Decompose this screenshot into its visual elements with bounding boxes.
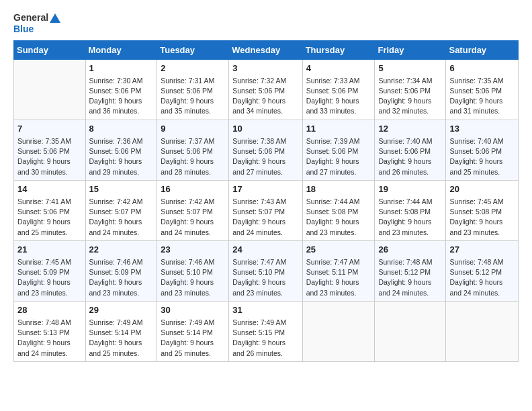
day-number: 21: [17, 244, 82, 256]
calendar-cell: 16Sunrise: 7:42 AMSunset: 5:07 PMDayligh…: [157, 180, 229, 240]
svg-marker-0: [50, 13, 60, 23]
calendar-cell: 29Sunrise: 7:49 AMSunset: 5:14 PMDayligh…: [85, 301, 157, 361]
calendar-cell: 21Sunrise: 7:45 AMSunset: 5:09 PMDayligh…: [14, 240, 86, 301]
day-number: 23: [161, 244, 225, 256]
calendar-cell: 10Sunrise: 7:38 AMSunset: 5:06 PMDayligh…: [229, 120, 302, 180]
calendar-cell: 28Sunrise: 7:48 AMSunset: 5:13 PMDayligh…: [14, 301, 86, 361]
day-number: 24: [232, 244, 298, 256]
day-number: 10: [232, 123, 298, 135]
day-info: Sunrise: 7:49 AMSunset: 5:15 PMDaylight:…: [232, 318, 298, 359]
day-number: 16: [161, 183, 225, 195]
day-info: Sunrise: 7:47 AMSunset: 5:11 PMDaylight:…: [306, 257, 371, 298]
day-number: 20: [449, 183, 515, 195]
day-number: 2: [161, 62, 225, 75]
day-info: Sunrise: 7:41 AMSunset: 5:06 PMDaylight:…: [17, 197, 82, 238]
day-number: 31: [232, 304, 298, 316]
day-number: 15: [89, 183, 154, 195]
day-info: Sunrise: 7:38 AMSunset: 5:06 PMDaylight:…: [232, 136, 298, 177]
day-info: Sunrise: 7:44 AMSunset: 5:08 PMDaylight:…: [378, 197, 442, 238]
calendar-cell: 20Sunrise: 7:45 AMSunset: 5:08 PMDayligh…: [446, 180, 519, 240]
day-number: 28: [17, 304, 82, 316]
day-number: 17: [232, 183, 298, 195]
day-number: 5: [378, 62, 442, 75]
calendar-cell: 12Sunrise: 7:40 AMSunset: 5:06 PMDayligh…: [375, 120, 446, 180]
calendar-cell: 5Sunrise: 7:34 AMSunset: 5:06 PMDaylight…: [375, 59, 446, 120]
page-container: General Blue SundayMondayTuesdayWednesda…: [0, 0, 532, 369]
calendar-cell: 19Sunrise: 7:44 AMSunset: 5:08 PMDayligh…: [375, 180, 446, 240]
calendar-cell: 31Sunrise: 7:49 AMSunset: 5:15 PMDayligh…: [229, 301, 302, 361]
calendar-week-5: 28Sunrise: 7:48 AMSunset: 5:13 PMDayligh…: [14, 301, 519, 361]
calendar-cell: 1Sunrise: 7:30 AMSunset: 5:06 PMDaylight…: [85, 59, 157, 120]
day-header-tuesday: Tuesday: [157, 40, 229, 59]
calendar-cell: 26Sunrise: 7:48 AMSunset: 5:12 PMDayligh…: [375, 240, 446, 301]
day-info: Sunrise: 7:36 AMSunset: 5:06 PMDaylight:…: [89, 136, 154, 177]
day-info: Sunrise: 7:35 AMSunset: 5:06 PMDaylight:…: [17, 136, 82, 177]
day-info: Sunrise: 7:43 AMSunset: 5:07 PMDaylight:…: [232, 197, 298, 238]
day-header-monday: Monday: [85, 40, 157, 59]
header: General Blue: [13, 12, 519, 35]
day-number: 9: [161, 123, 225, 135]
day-number: 30: [161, 304, 225, 316]
calendar-cell: 7Sunrise: 7:35 AMSunset: 5:06 PMDaylight…: [14, 120, 86, 180]
calendar-cell: [302, 301, 375, 361]
calendar-cell: 9Sunrise: 7:37 AMSunset: 5:06 PMDaylight…: [157, 120, 229, 180]
day-number: 13: [449, 123, 515, 135]
day-info: Sunrise: 7:34 AMSunset: 5:06 PMDaylight:…: [378, 76, 442, 117]
day-info: Sunrise: 7:39 AMSunset: 5:06 PMDaylight:…: [306, 136, 371, 177]
day-info: Sunrise: 7:48 AMSunset: 5:13 PMDaylight:…: [17, 318, 82, 359]
calendar-cell: 22Sunrise: 7:46 AMSunset: 5:09 PMDayligh…: [85, 240, 157, 301]
calendar-cell: 4Sunrise: 7:33 AMSunset: 5:06 PMDaylight…: [302, 59, 375, 120]
day-number: 3: [232, 62, 298, 75]
calendar-week-3: 14Sunrise: 7:41 AMSunset: 5:06 PMDayligh…: [14, 180, 519, 240]
day-info: Sunrise: 7:49 AMSunset: 5:14 PMDaylight:…: [161, 318, 225, 359]
day-header-sunday: Sunday: [14, 40, 86, 59]
logo-text: General Blue: [13, 12, 60, 35]
day-number: 1: [89, 62, 154, 75]
day-info: Sunrise: 7:35 AMSunset: 5:06 PMDaylight:…: [449, 76, 515, 117]
day-number: 14: [17, 183, 82, 195]
calendar-cell: 17Sunrise: 7:43 AMSunset: 5:07 PMDayligh…: [229, 180, 302, 240]
day-info: Sunrise: 7:40 AMSunset: 5:06 PMDaylight:…: [378, 136, 442, 177]
calendar-cell: [375, 301, 446, 361]
day-info: Sunrise: 7:42 AMSunset: 5:07 PMDaylight:…: [89, 197, 154, 238]
calendar-cell: 6Sunrise: 7:35 AMSunset: 5:06 PMDaylight…: [446, 59, 519, 120]
calendar-cell: 23Sunrise: 7:46 AMSunset: 5:10 PMDayligh…: [157, 240, 229, 301]
day-info: Sunrise: 7:42 AMSunset: 5:07 PMDaylight:…: [161, 197, 225, 238]
day-number: 19: [378, 183, 442, 195]
calendar-cell: 15Sunrise: 7:42 AMSunset: 5:07 PMDayligh…: [85, 180, 157, 240]
day-info: Sunrise: 7:46 AMSunset: 5:09 PMDaylight:…: [89, 257, 154, 298]
calendar-cell: 3Sunrise: 7:32 AMSunset: 5:06 PMDaylight…: [229, 59, 302, 120]
calendar-cell: 13Sunrise: 7:40 AMSunset: 5:06 PMDayligh…: [446, 120, 519, 180]
calendar-cell: 11Sunrise: 7:39 AMSunset: 5:06 PMDayligh…: [302, 120, 375, 180]
day-info: Sunrise: 7:31 AMSunset: 5:06 PMDaylight:…: [161, 76, 225, 117]
day-info: Sunrise: 7:45 AMSunset: 5:09 PMDaylight:…: [17, 257, 82, 298]
calendar-week-4: 21Sunrise: 7:45 AMSunset: 5:09 PMDayligh…: [14, 240, 519, 301]
day-number: 27: [449, 244, 515, 256]
calendar-cell: 14Sunrise: 7:41 AMSunset: 5:06 PMDayligh…: [14, 180, 86, 240]
day-info: Sunrise: 7:48 AMSunset: 5:12 PMDaylight:…: [449, 257, 515, 298]
day-info: Sunrise: 7:46 AMSunset: 5:10 PMDaylight:…: [161, 257, 225, 298]
calendar-header-row: SundayMondayTuesdayWednesdayThursdayFrid…: [14, 40, 519, 59]
day-number: 26: [378, 244, 442, 256]
day-info: Sunrise: 7:48 AMSunset: 5:12 PMDaylight:…: [378, 257, 442, 298]
day-header-friday: Friday: [375, 40, 446, 59]
day-number: 4: [306, 62, 371, 75]
day-info: Sunrise: 7:40 AMSunset: 5:06 PMDaylight:…: [449, 136, 515, 177]
calendar-cell: 30Sunrise: 7:49 AMSunset: 5:14 PMDayligh…: [157, 301, 229, 361]
day-number: 18: [306, 183, 371, 195]
calendar-cell: 24Sunrise: 7:47 AMSunset: 5:10 PMDayligh…: [229, 240, 302, 301]
calendar-week-1: 1Sunrise: 7:30 AMSunset: 5:06 PMDaylight…: [14, 59, 519, 120]
day-info: Sunrise: 7:30 AMSunset: 5:06 PMDaylight:…: [89, 76, 154, 117]
day-info: Sunrise: 7:33 AMSunset: 5:06 PMDaylight:…: [306, 76, 371, 117]
calendar-table: SundayMondayTuesdayWednesdayThursdayFrid…: [13, 40, 519, 362]
day-number: 6: [449, 62, 515, 75]
day-header-wednesday: Wednesday: [229, 40, 302, 59]
day-number: 12: [378, 123, 442, 135]
calendar-cell: 27Sunrise: 7:48 AMSunset: 5:12 PMDayligh…: [446, 240, 519, 301]
day-info: Sunrise: 7:49 AMSunset: 5:14 PMDaylight:…: [89, 318, 154, 359]
day-number: 7: [17, 123, 82, 135]
logo: General Blue: [13, 12, 60, 35]
calendar-cell: [14, 59, 86, 120]
day-number: 11: [306, 123, 371, 135]
day-info: Sunrise: 7:47 AMSunset: 5:10 PMDaylight:…: [232, 257, 298, 298]
